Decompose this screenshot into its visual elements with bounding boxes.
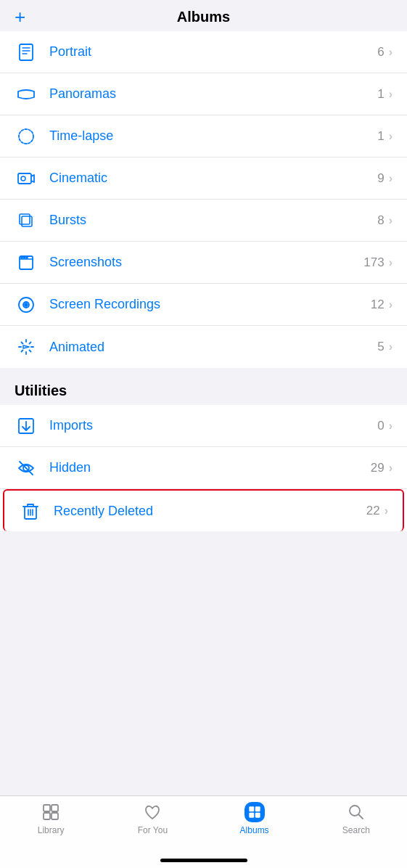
recently-deleted-label: Recently Deleted [54, 504, 366, 519]
for-you-tab-icon [142, 802, 163, 822]
albums-tab-label: Albums [240, 825, 269, 835]
tab-albums[interactable]: Albums [226, 802, 284, 835]
tab-library[interactable]: Library [22, 802, 80, 835]
svg-rect-21 [249, 806, 254, 811]
screenshots-count: 173 [363, 255, 384, 270]
list-item-imports[interactable]: Imports 0 › [0, 405, 407, 447]
search-tab-label: Search [342, 825, 370, 835]
svg-rect-2 [18, 173, 31, 184]
timelapse-count: 1 [377, 129, 384, 144]
screen-recordings-icon [15, 293, 38, 316]
imports-chevron: › [389, 419, 392, 433]
page-title: Albums [177, 9, 230, 25]
animated-count: 5 [377, 340, 384, 354]
screen-recordings-label: Screen Recordings [49, 297, 371, 312]
panoramas-label: Panoramas [49, 86, 377, 102]
hidden-count: 29 [371, 461, 385, 475]
svg-rect-22 [255, 806, 260, 811]
recently-deleted-icon [19, 499, 42, 523]
svg-rect-23 [249, 813, 254, 818]
recently-deleted-chevron: › [385, 504, 388, 517]
imports-count: 0 [377, 419, 384, 433]
timelapse-icon [15, 125, 38, 148]
list-item-screen-recordings[interactable]: Screen Recordings 12 › [0, 284, 407, 326]
tab-search[interactable]: Search [327, 802, 385, 835]
svg-rect-17 [44, 805, 50, 811]
cinematic-count: 9 [377, 171, 384, 186]
tab-for-you[interactable]: For You [123, 802, 181, 835]
tab-bar: Library For You Albums [0, 795, 407, 868]
portrait-count: 6 [377, 45, 384, 60]
timelapse-label: Time-lapse [49, 128, 377, 144]
svg-rect-20 [52, 813, 58, 819]
utilities-section-header: Utilities [0, 368, 407, 405]
imports-label: Imports [49, 418, 377, 433]
hidden-label: Hidden [49, 460, 371, 475]
for-you-tab-label: For You [138, 825, 168, 835]
utilities-list: Imports 0 › Hidden 29 › [0, 405, 407, 531]
svg-marker-13 [23, 345, 29, 348]
svg-rect-24 [255, 813, 260, 818]
library-tab-label: Library [38, 825, 65, 835]
svg-point-8 [24, 257, 25, 258]
list-item-panoramas[interactable]: Panoramas 1 › [0, 73, 407, 115]
panoramas-count: 1 [377, 87, 384, 102]
list-item-portrait[interactable]: Portrait 6 › [0, 31, 407, 73]
utilities-title: Utilities [15, 382, 67, 398]
animated-label: Animated [49, 340, 377, 355]
screen-recordings-chevron: › [389, 298, 392, 311]
portrait-icon [15, 41, 38, 64]
svg-rect-18 [52, 805, 58, 811]
recently-deleted-count: 22 [366, 504, 380, 518]
imports-icon [15, 414, 38, 438]
list-item-timelapse[interactable]: Time-lapse 1 › [0, 115, 407, 157]
hidden-icon [15, 456, 38, 480]
svg-point-1 [19, 129, 33, 144]
hidden-chevron: › [389, 462, 392, 475]
panoramas-chevron: › [389, 88, 392, 101]
screenshots-chevron: › [389, 256, 392, 269]
header: + Albums [0, 0, 407, 31]
library-tab-icon [41, 802, 61, 822]
bursts-chevron: › [389, 214, 392, 227]
add-button[interactable]: + [15, 6, 25, 28]
list-item-bursts[interactable]: Bursts 8 › [0, 200, 407, 242]
svg-point-3 [21, 176, 25, 181]
list-item-hidden[interactable]: Hidden 29 › [0, 447, 407, 489]
list-item-recently-deleted[interactable]: Recently Deleted 22 › [3, 489, 404, 531]
portrait-chevron: › [389, 46, 392, 59]
albums-tab-icon [244, 802, 265, 822]
svg-rect-5 [22, 216, 32, 226]
svg-point-12 [25, 303, 28, 306]
list-item-cinematic[interactable]: Cinematic 9 › [0, 157, 407, 200]
svg-rect-19 [44, 813, 50, 819]
svg-rect-4 [20, 214, 30, 224]
screen-recordings-count: 12 [371, 298, 385, 312]
bursts-icon [15, 209, 38, 232]
screenshots-icon [15, 251, 38, 274]
portrait-label: Portrait [49, 44, 377, 60]
svg-point-7 [21, 257, 22, 258]
cinematic-label: Cinematic [49, 171, 377, 186]
panoramas-icon [15, 83, 38, 106]
media-types-list: Portrait 6 › Panoramas 1 › Time-lapse 1 [0, 31, 407, 368]
bursts-label: Bursts [49, 213, 377, 228]
animated-icon [15, 335, 38, 359]
svg-point-9 [26, 257, 28, 258]
list-item-screenshots[interactable]: Screenshots 173 › [0, 242, 407, 284]
search-tab-icon [346, 802, 366, 822]
cinematic-icon [15, 167, 38, 190]
cinematic-chevron: › [389, 172, 392, 185]
timelapse-chevron: › [389, 130, 392, 143]
animated-chevron: › [389, 340, 392, 353]
scroll-area: Portrait 6 › Panoramas 1 › Time-lapse 1 [0, 31, 407, 783]
bursts-count: 8 [377, 213, 384, 228]
home-indicator [160, 859, 247, 862]
svg-rect-0 [20, 44, 33, 60]
list-item-animated[interactable]: Animated 5 › [0, 326, 407, 368]
screenshots-label: Screenshots [49, 255, 363, 270]
